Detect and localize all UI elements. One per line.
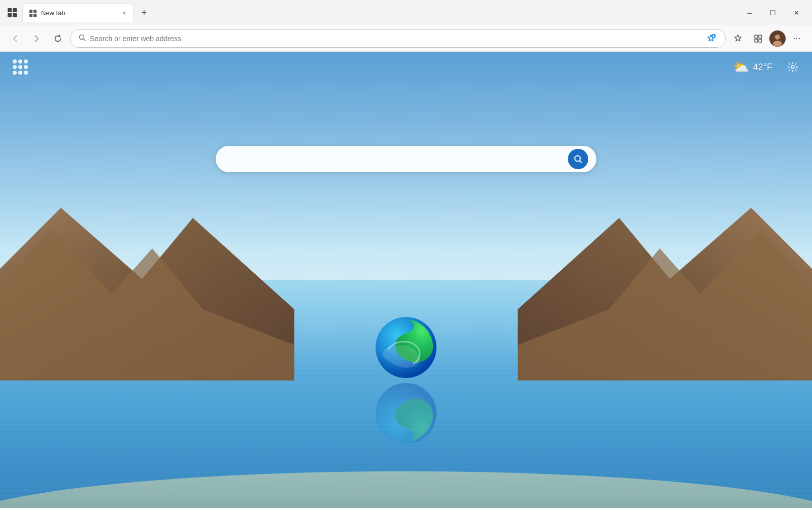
- svg-line-27: [580, 161, 582, 163]
- svg-rect-13: [755, 35, 758, 38]
- main-content: ⛅ 42°F: [0, 52, 812, 508]
- svg-rect-6: [29, 14, 32, 17]
- svg-rect-1: [13, 8, 17, 12]
- grid-dots: [13, 59, 28, 75]
- tab-title: New tab: [41, 9, 115, 17]
- window-controls: ─ ☐ ✕: [738, 5, 808, 21]
- new-tab-button[interactable]: +: [136, 5, 152, 21]
- tab-bar: New tab × +: [22, 4, 738, 22]
- address-input[interactable]: [90, 35, 699, 43]
- maximize-button[interactable]: ☐: [761, 5, 785, 21]
- weather-settings-area: ⛅ 42°F: [728, 56, 802, 78]
- svg-rect-16: [759, 39, 762, 42]
- svg-rect-4: [29, 10, 32, 13]
- apps-grid-button[interactable]: [10, 57, 30, 77]
- weather-widget[interactable]: ⛅ 42°F: [728, 56, 777, 78]
- svg-point-24: [0, 471, 812, 508]
- collections-button[interactable]: [749, 29, 767, 48]
- add-to-favorites-button[interactable]: [703, 30, 719, 47]
- svg-point-25: [791, 66, 794, 69]
- close-button[interactable]: ✕: [785, 5, 808, 21]
- tab-close-button[interactable]: ×: [119, 8, 129, 18]
- edge-logo-reflection: [373, 380, 439, 447]
- page-settings-button[interactable]: [784, 58, 802, 76]
- svg-point-18: [775, 35, 780, 40]
- mountain-right: [518, 167, 812, 380]
- mountain-left: [0, 167, 294, 380]
- svg-line-9: [84, 39, 86, 41]
- favorites-button[interactable]: [729, 29, 747, 48]
- svg-rect-2: [8, 13, 12, 17]
- dot-1: [13, 59, 17, 64]
- back-button[interactable]: [6, 29, 24, 48]
- center-search-button[interactable]: [568, 149, 588, 169]
- dot-2: [18, 59, 22, 64]
- svg-rect-5: [33, 10, 37, 13]
- svg-rect-3: [13, 13, 17, 17]
- dot-5: [18, 65, 22, 69]
- address-bar[interactable]: [70, 29, 726, 48]
- svg-rect-15: [755, 39, 758, 42]
- nav-right-buttons: ···: [729, 29, 806, 48]
- more-options-button[interactable]: ···: [788, 29, 806, 48]
- tab-new[interactable]: New tab ×: [22, 4, 134, 22]
- center-search: [216, 146, 596, 172]
- svg-point-19: [773, 41, 782, 47]
- forward-button[interactable]: [27, 29, 46, 48]
- center-search-input[interactable]: [226, 154, 563, 164]
- page-toolbar: ⛅ 42°F: [0, 52, 812, 82]
- svg-rect-0: [8, 8, 12, 12]
- weather-temp: 42°F: [753, 62, 772, 73]
- title-bar: New tab × + ─ ☐ ✕: [0, 0, 812, 25]
- dot-3: [24, 59, 28, 64]
- edge-logo-container: [373, 314, 439, 380]
- dot-7: [13, 71, 17, 75]
- dot-9: [24, 71, 28, 75]
- dot-4: [13, 65, 17, 69]
- reload-button[interactable]: [49, 29, 67, 48]
- edge-logo: [373, 314, 439, 380]
- svg-rect-14: [759, 35, 762, 38]
- tab-favicon-icon: [29, 9, 37, 17]
- dot-8: [18, 71, 22, 75]
- nav-bar: ···: [0, 25, 812, 52]
- dot-6: [24, 65, 28, 69]
- minimize-button[interactable]: ─: [738, 5, 761, 21]
- weather-icon: ⛅: [733, 59, 749, 75]
- svg-rect-7: [33, 14, 37, 17]
- profile-avatar[interactable]: [769, 30, 786, 47]
- center-search-bar[interactable]: [216, 146, 596, 172]
- window-icon: [4, 5, 20, 21]
- address-search-icon: [79, 34, 86, 43]
